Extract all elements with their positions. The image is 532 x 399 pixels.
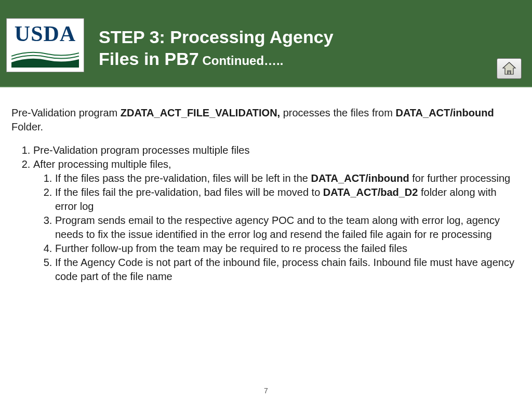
- intro-paragraph: Pre-Validation program ZDATA_ACT_FILE_VA…: [11, 106, 521, 134]
- title-continued: Continued…..: [199, 54, 284, 68]
- sub-text: If the files pass the pre-validation, fi…: [55, 172, 311, 184]
- intro-program-name: ZDATA_ACT_FILE_VALIDATION,: [121, 107, 280, 118]
- usda-logo-art: [11, 46, 79, 68]
- list-item: Further follow-up from the team may be r…: [55, 242, 521, 256]
- svg-rect-1: [508, 72, 510, 74]
- slide-header: USDA STEP 3: Processing Agency Files in …: [0, 0, 532, 87]
- intro-text: Pre-Validation program: [11, 107, 121, 118]
- intro-text: Folder.: [11, 121, 43, 132]
- title-main: Files in PB7: [99, 49, 199, 69]
- sub-folder-name: DATA_ACT/inbound: [311, 172, 409, 184]
- numbered-list: Pre-Validation program processes multipl…: [11, 143, 521, 284]
- list-item: Pre-Validation program processes multipl…: [33, 143, 521, 157]
- numbered-sublist: If the files pass the pre-validation, fi…: [33, 171, 521, 284]
- intro-folder-name: DATA_ACT/inbound: [395, 107, 494, 118]
- sub-text: for further processing: [409, 172, 511, 184]
- list-item: After processing multiple files, If the …: [33, 157, 521, 284]
- slide-title: STEP 3: Processing Agency Files in PB7 C…: [99, 26, 334, 70]
- usda-logo: USDA: [6, 18, 84, 72]
- title-line-2: Files in PB7 Continued…..: [99, 48, 334, 70]
- sub-text: If the files fail the pre-validation, ba…: [55, 187, 323, 198]
- intro-text: processes the files from: [280, 107, 395, 118]
- page-number: 7: [0, 387, 532, 395]
- home-button[interactable]: [497, 58, 522, 79]
- sub-folder-name: DATA_ACT/bad_D2: [323, 187, 418, 198]
- list-item-text: After processing multiple files,: [33, 158, 171, 170]
- list-item: If the files fail the pre-validation, ba…: [55, 185, 521, 214]
- home-icon: [501, 61, 517, 76]
- list-item: Program sends email to the respective ag…: [55, 214, 521, 242]
- slide-body: Pre-Validation program ZDATA_ACT_FILE_VA…: [0, 87, 532, 284]
- title-line-1: STEP 3: Processing Agency: [99, 26, 334, 48]
- list-item: If the Agency Code is not part of the in…: [55, 256, 521, 284]
- list-item: If the files pass the pre-validation, fi…: [55, 171, 521, 185]
- logo-text: USDA: [15, 23, 76, 45]
